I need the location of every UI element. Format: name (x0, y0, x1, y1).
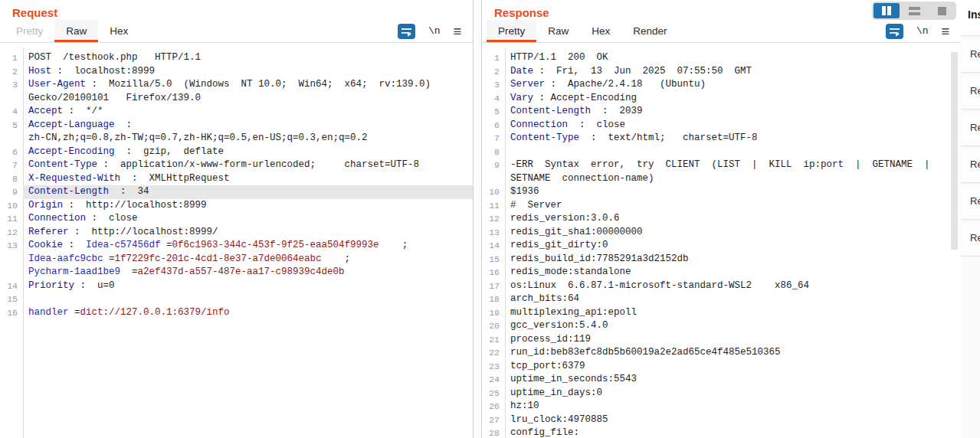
code-segment: redis_git_dirty:0 (510, 240, 608, 250)
code-line[interactable]: 21process_id:119 (482, 333, 961, 347)
code-line[interactable]: 9-ERR Syntax error, try CLIENT (LIST | K… (482, 159, 961, 172)
response-tab-hex[interactable]: Hex (580, 20, 621, 42)
code-text: arch_bits:64 (505, 293, 961, 306)
line-number: 8 (0, 172, 23, 186)
code-line[interactable]: 9Content-Length : 34 (0, 185, 473, 199)
line-number: 13 (0, 239, 23, 253)
code-line[interactable]: Gecko/20100101 Firefox/139.0 (0, 92, 473, 106)
code-segment: handler (28, 307, 74, 318)
code-line[interactable]: 2Date : Fri, 13 Jun 2025 07:55:50 GMT (482, 65, 961, 79)
line-number: 14 (482, 239, 505, 253)
line-number: 28 (482, 427, 505, 438)
editor-menu-icon[interactable]: ≡ (453, 25, 461, 38)
code-line[interactable]: 24uptime_in_seconds:5543 (482, 373, 961, 387)
single-pane-view-button[interactable] (929, 3, 955, 18)
code-line[interactable]: 19multiplexing_api:epoll (482, 306, 961, 320)
code-line[interactable]: 17os:Linux 6.6.87.1-microsoft-standard-W… (482, 279, 961, 293)
code-line[interactable]: 6Accept-Encoding : gzip, deflate (0, 145, 473, 159)
line-number: 11 (482, 199, 505, 213)
show-newlines-icon[interactable]: \n (916, 25, 929, 37)
inspector-section[interactable]: Response headers (961, 219, 980, 256)
code-line[interactable]: zh-CN,zh;q=0.8,zh-TW;q=0.7,zh-HK;q=0.5,e… (0, 132, 473, 145)
code-line[interactable]: 10$1936 (482, 185, 961, 199)
line-number: 7 (0, 159, 23, 172)
line-number: 10 (0, 199, 23, 213)
code-line[interactable]: 12redis_version:3.0.6 (482, 212, 961, 226)
inspector-section[interactable]: Request query parameters (961, 72, 980, 109)
line-number: 14 (0, 279, 23, 293)
code-line[interactable]: 25uptime_in_days:0 (482, 387, 961, 400)
editor-menu-icon[interactable]: ≡ (941, 25, 949, 38)
code-line[interactable]: 27lru_clock:4970885 (482, 413, 961, 427)
line-number: 25 (482, 387, 505, 400)
request-tab-hex[interactable]: Hex (98, 20, 139, 42)
code-line[interactable]: 14redis_git_dirty:0 (482, 239, 961, 253)
code-line[interactable]: 5Accept-Language : (0, 119, 473, 132)
response-tab-pretty[interactable]: Pretty (487, 20, 536, 42)
code-line[interactable]: 7Content-Type : application/x-www-form-u… (0, 159, 473, 172)
code-line[interactable]: 26hz:10 (482, 400, 961, 413)
code-line[interactable]: 18arch_bits:64 (482, 293, 961, 306)
code-line[interactable]: 15redis_build_id:7785291a3d2152db (482, 253, 961, 266)
code-line[interactable]: 3User-Agent : Mozilla/5.0 (Windows NT 10… (0, 78, 473, 92)
code-segment: User-Agent (28, 79, 86, 90)
code-line[interactable]: 1POST /testhook.php HTTP/1.1 (0, 51, 473, 65)
code-line[interactable]: 8 (482, 145, 961, 159)
code-line[interactable]: 20gcc_version:5.4.0 (482, 319, 961, 333)
inspector-section[interactable]: Request headers (961, 182, 980, 219)
word-wrap-toggle-icon[interactable] (398, 24, 415, 39)
response-tab-render[interactable]: Render (621, 20, 678, 42)
code-line[interactable]: 4Vary : Accept-Encoding (482, 92, 961, 106)
line-number: 16 (0, 306, 23, 320)
code-line[interactable]: 2Host : localhost:8999 (0, 65, 473, 79)
request-editor[interactable]: 1POST /testhook.php HTTP/1.12Host : loca… (0, 48, 473, 438)
code-text: uptime_in_seconds:5543 (505, 373, 961, 387)
code-line[interactable]: 6Connection : close (482, 119, 961, 132)
code-line[interactable]: 28config_file: (482, 427, 961, 438)
code-line[interactable]: 4Accept : */* (0, 105, 473, 119)
request-panel: Request Pretty Raw Hex \n ≡ 1POST (0, 0, 474, 438)
response-tab-raw[interactable]: Raw (536, 20, 580, 42)
line-number: 18 (482, 293, 505, 306)
code-line[interactable]: 23tcp_port:6379 (482, 360, 961, 374)
code-segment: Content-Length (510, 106, 591, 116)
code-segment: zh-CN,zh;q=0.8,zh-TW;q=0.7,zh-HK;q=0.5,e… (28, 132, 368, 143)
split-rows-view-button[interactable] (901, 3, 927, 18)
code-line[interactable]: 1HTTP/1.1 200 OK (482, 51, 961, 65)
response-editor[interactable]: 1HTTP/1.1 200 OK2Date : Fri, 13 Jun 2025… (482, 48, 961, 438)
inspector-section[interactable]: Request body parameters (961, 109, 980, 145)
code-line[interactable]: Pycharm-1aad1be9 =a2ef437d-a557-487e-aa1… (0, 266, 473, 279)
request-tab-pretty[interactable]: Pretty (5, 20, 54, 42)
word-wrap-toggle-icon[interactable] (886, 24, 903, 39)
code-line[interactable]: 16redis_mode:standalone (482, 266, 961, 279)
request-tab-raw[interactable]: Raw (54, 20, 98, 42)
code-line[interactable]: 3Server : Apache/2.4.18 (Ubuntu) (482, 78, 961, 92)
line-number: 1 (0, 51, 23, 65)
code-line[interactable]: 5Content-Length : 2039 (482, 105, 961, 119)
inspector-section[interactable]: Request cookies (961, 145, 980, 182)
code-line[interactable]: 13Cookie : Idea-c57456df =0f6c1963-344c-… (0, 239, 473, 253)
code-segment: Host (28, 66, 51, 77)
line-number: 17 (482, 279, 505, 293)
code-line[interactable]: 10Origin : http://localhost:8999 (0, 199, 473, 213)
code-line[interactable]: 13redis_git_sha1:00000000 (482, 226, 961, 240)
show-newlines-icon[interactable]: \n (428, 25, 441, 37)
code-line[interactable]: 14Priority : u=0 (0, 279, 473, 293)
code-line[interactable]: 16handler =dict://127.0.0.1:6379/info (0, 306, 473, 320)
code-line[interactable]: 15 (0, 293, 473, 306)
code-segment: : (63, 200, 86, 211)
code-line[interactable]: Idea-aafc9cbc =1f7229fc-201c-4cd1-8e37-a… (0, 253, 473, 266)
inspector-section[interactable]: Request attributes (961, 35, 980, 72)
line-number: 6 (0, 145, 23, 159)
code-text: Origin : http://localhost:8999 (23, 199, 473, 213)
code-line[interactable]: 22run_id:beb83efc8db5b60019a2e2ad65ce4f4… (482, 346, 961, 360)
code-text: Content-Type : application/x-www-form-ur… (23, 159, 473, 172)
code-line[interactable]: 12Referer : http://localhost:8999/ (0, 226, 473, 240)
code-line[interactable]: 11# Server (482, 199, 961, 213)
split-columns-view-button[interactable] (873, 3, 900, 18)
code-line[interactable]: 8X-Requested-With : XMLHttpRequest (0, 172, 473, 186)
code-line[interactable]: SETNAME connection-name) (482, 172, 961, 186)
code-line[interactable]: 7Content-Type : text/html; charset=UTF-8 (482, 132, 961, 145)
code-segment: Content-Length (28, 186, 109, 197)
code-line[interactable]: 11Connection : close (0, 212, 473, 226)
